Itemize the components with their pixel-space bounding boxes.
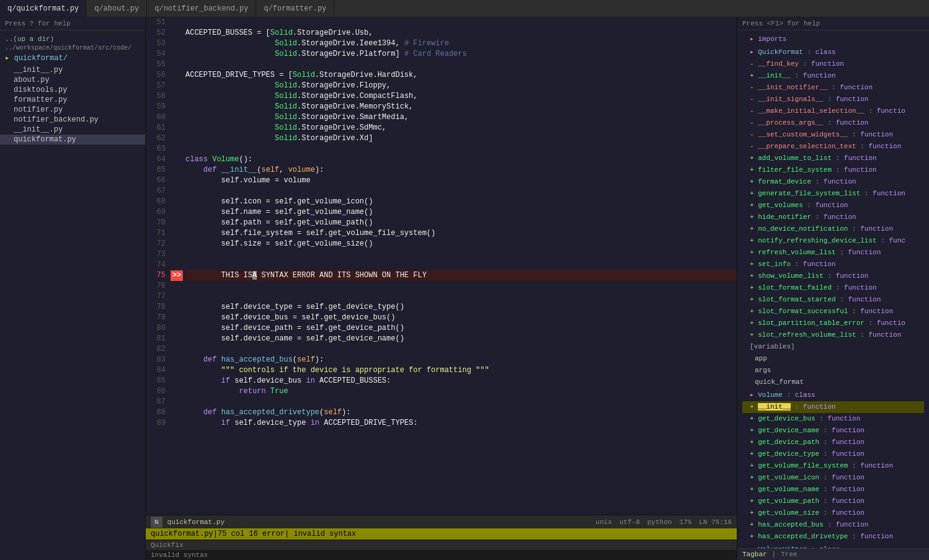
status-bar: N quickformat.py unix utf-8 python 17% L… [146,515,737,528]
sidebar-item-quickformat[interactable]: quickformat.py [0,135,145,144]
quickfix-bar: Quickfix [146,540,737,550]
sidebar-item-init2[interactable]: __init__.py [0,125,145,135]
tagbar-qf-slot-partition[interactable]: + slot_partition_table_error : functio [742,318,924,329]
bottom-message: invalid syntax [146,550,737,560]
code-line-85: if self.device_bus in ACCEPTED_BUSSES: [185,376,737,386]
tagbar-qf-find-key[interactable]: - __find_key : function [742,58,924,70]
tagbar-vol-has-drive[interactable]: + has_accepted_drivetype : function [742,531,924,543]
tagbar-qf-init-notifier[interactable]: - __init_notifier__ : function [742,82,924,94]
code-line-79: self.device_bus = self.get_device_bus() [185,313,737,323]
tagbar-tab-tree[interactable]: Tree [781,551,797,558]
main-layout: Press ? for help ..(up a dir) ../workspa… [0,17,929,560]
separator-icon: | [772,551,776,558]
tagbar-vol-get-path[interactable]: + get_device_path : function [742,437,924,448]
tab-notifier[interactable]: q/notifier_backend.py [147,0,256,17]
status-percent: 17% [679,518,691,526]
sidebar-item-formatter[interactable]: formatter.py [0,95,145,105]
code-line-82 [185,344,737,355]
tagbar-qf-init-signals[interactable]: - __init_signals__ : function [742,94,924,105]
code-line-74 [185,260,737,270]
status-mode: N [151,517,162,528]
tab-bar: q/quickformat.py q/about.py q/notifier_b… [0,0,929,17]
sidebar-file-tree: __init__.py about.py disktools.py format… [0,64,145,560]
code-line-60: Solid.StorageDrive.SmartMedia, [185,112,737,123]
code-line-81: self.device_name = self.get_device_name(… [185,334,737,344]
tagbar-content: ▸ imports ▸ QuickFormat : class - __find… [737,30,929,548]
code-line-58: Solid.StorageDrive.CompactFlash, [185,91,737,102]
tagbar-qf-set-info[interactable]: + set_info : function [742,259,924,270]
tagbar-qf-get-vols[interactable]: + get_volumes : function [742,200,924,211]
code-line-69: self.name = self.get_volume_name() [185,207,737,218]
tagbar-qf-refresh-vol[interactable]: + refresh_volume_list : function [742,247,924,259]
code-line-80: self.device_path = self.get_device_path(… [185,323,737,334]
tagbar-vol-get-size[interactable]: + get_volume_size : function [742,507,924,519]
status-left: N quickformat.py [151,517,224,528]
tagbar-imports-header: ▸ imports [742,33,924,45]
code-line-54: Solid.StorageDrive.Platform] # Card Read… [185,49,737,60]
sidebar-item-about[interactable]: about.py [0,75,145,85]
sidebar-item-disktools[interactable]: disktools.py [0,85,145,95]
tagbar-vol-get-name[interactable]: + get_device_name : function [742,425,924,437]
code-line-61: Solid.StorageDrive.SdMmc, [185,123,737,133]
code-line-77 [185,291,737,302]
tab-label: q/quickformat.py [7,4,79,13]
error-arrow-column: >> [171,17,183,515]
tagbar-vol-get-volname[interactable]: + get_volume_name : function [742,484,924,496]
tagbar-qf-add-volume[interactable]: + add_volume_to_list : function [742,153,924,164]
tagbar-qf-slot-refresh[interactable]: + slot_refresh_volume_list : function [742,329,924,341]
tab-about[interactable]: q/about.py [87,0,147,17]
sidebar-item-notifier-backend[interactable]: notifier_backend.py [0,115,145,125]
error-bar: quickformat.py|75 col 16 error| invalid … [146,528,737,540]
tagbar-vol-get-icon[interactable]: + get_volume_icon : function [742,472,924,484]
tagbar-qf-set-widgets[interactable]: - __set_custom_widgets__ : function [742,129,924,141]
code-line-83: def has_accepted_bus(self): [185,355,737,365]
tagbar-qf-slot-success[interactable]: + slot_format_successful : function [742,306,924,318]
code-line-51 [185,17,737,28]
status-right: unix utf-8 python 17% LN 75:16 [595,518,732,526]
tagbar-volumeui-section: ▸ VolumeUiItem : class + __init__ : func… [737,543,929,548]
tagbar-qf-process-args[interactable]: - __process_args__ : function [742,117,924,129]
sidebar-root-label[interactable]: ▸ quickformat/ [0,52,145,64]
tab-label: q/notifier_backend.py [154,4,248,13]
tagbar-qf-hide-notif[interactable]: + hide_notifier : function [742,211,924,223]
code-line-87 [185,397,737,407]
tagbar-qf-init[interactable]: + __init__ : function [742,70,924,82]
tagbar-tab-tagbar[interactable]: Tagbar [742,551,767,558]
code-line-59: Solid.StorageDrive.MemoryStick, [185,102,737,112]
tagbar-vol-get-type[interactable]: + get_device_type : function [742,448,924,460]
sidebar-help-text: Press ? for help [0,17,145,30]
sidebar-nav-up[interactable]: ..(up a dir) [0,34,145,44]
tagbar-quickformat-header: ▸ QuickFormat : class [742,47,924,58]
tagbar-vol-get-bus[interactable]: + get_device_bus : function [742,413,924,425]
tagbar-qf-slot-started[interactable]: + slot_format_started : function [742,294,924,306]
tagbar-qf-make-initial[interactable]: - __make_initial_selection__ : functio [742,105,924,117]
status-pos: LN 75:16 [699,518,732,526]
tab-formatter[interactable]: q/formatter.py [256,0,334,17]
code-line-55 [185,60,737,70]
code-line-53: Solid.StorageDrive.Ieee1394, # Firewire [185,38,737,49]
sidebar-item-notifier[interactable]: notifier.py [0,105,145,115]
tagbar-vol-get-volpath[interactable]: + get_volume_path : function [742,496,924,507]
tagbar-vol-init[interactable]: + __init__ : function [742,401,924,413]
tagbar-qf-show-vol[interactable]: + show_volume_list : function [742,270,924,282]
tagbar-qf-no-dev-notif[interactable]: + no_device_notification : function [742,223,924,235]
tagbar-qf-prepare-sel[interactable]: - __prepare_selection_text : function [742,141,924,153]
tagbar-vol-get-fs[interactable]: + get_volume_file_system : function [742,460,924,472]
tagbar-qf-slot-failed[interactable]: + slot_format_failed : function [742,282,924,294]
tagbar-vol-has-bus[interactable]: + has_accepted_bus : function [742,519,924,531]
tagbar-volume-header: ▸ Volume : class [742,389,924,401]
tagbar-qf-gen-fs-list[interactable]: + generate_file_system_list : function [742,188,924,200]
code-content[interactable]: ACCEPTED_BUSSES = [Solid.StorageDrive.Us… [183,17,737,515]
tagbar-qf-variables: [variables] [742,341,924,353]
arrow-icon: ▸ [750,391,758,399]
editor-area: 51 52 53 54 55 56 57 58 59 60 61 62 63 6… [146,17,737,560]
code-view[interactable]: 51 52 53 54 55 56 57 58 59 60 61 62 63 6… [146,17,737,515]
code-line-68: self.icon = self.get_volume_icon() [185,197,737,207]
sidebar-item-init1[interactable]: __init__.py [0,65,145,75]
tab-label: q/formatter.py [264,4,326,13]
code-line-89: if self.device_type in ACCEPTED_DRIVE_TY… [185,418,737,429]
tagbar-qf-format-dev[interactable]: + format_device : function [742,176,924,188]
tagbar-qf-notify-refresh[interactable]: + notify_refreshing_device_list : func [742,235,924,247]
tagbar-qf-filter-fs[interactable]: + filter_file_system : function [742,164,924,176]
tab-quickformat[interactable]: q/quickformat.py [0,0,87,17]
